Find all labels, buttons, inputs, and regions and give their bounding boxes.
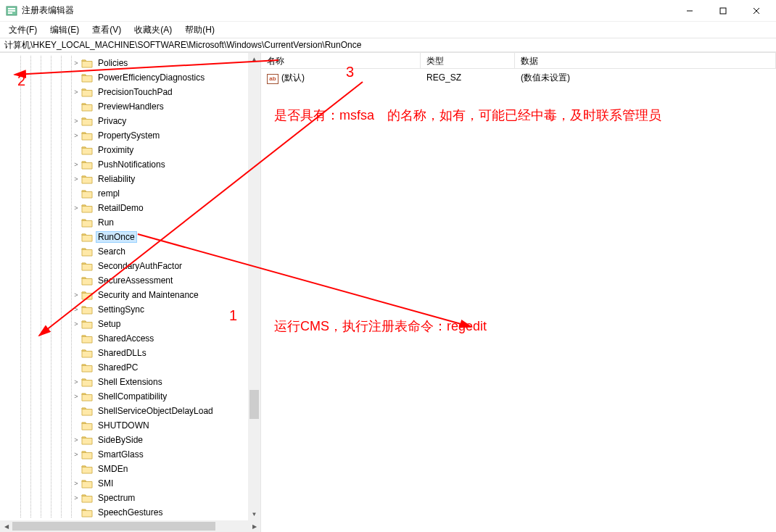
tree-item[interactable]: PreviewHandlers [0, 99, 261, 114]
tree-item[interactable]: SHUTDOWN [0, 418, 261, 433]
tree-item-label: Reliability [96, 173, 137, 185]
tree-item[interactable]: rempl [0, 186, 261, 201]
folder-icon [81, 58, 93, 68]
tree-item-label: Policies [96, 57, 130, 69]
tree-item[interactable]: SharedDLLs [0, 346, 261, 360]
tree-item-label: ShellServiceObjectDelayLoad [96, 405, 215, 417]
hscroll-thumb[interactable] [12, 522, 215, 531]
tree-item[interactable]: PowerEfficiencyDiagnostics [0, 70, 261, 85]
tree-item[interactable]: RunOnce [0, 230, 261, 244]
chevron-right-icon[interactable]: > [71, 451, 81, 458]
tree-item[interactable]: ShellServiceObjectDelayLoad [0, 404, 261, 418]
chevron-right-icon[interactable]: > [71, 291, 81, 299]
tree-item[interactable]: >SmartGlass [0, 447, 261, 462]
folder-icon [81, 406, 93, 416]
folder-icon [81, 507, 93, 518]
tree-item[interactable]: >SettingSync [0, 302, 261, 317]
tree-item-label: SecondaryAuthFactor [96, 260, 184, 272]
tree-item[interactable]: SpeechGestures [0, 505, 261, 520]
folder-icon [81, 101, 93, 112]
tree-item-label: Shell Extensions [96, 376, 165, 388]
app-icon [6, 5, 17, 17]
folder-icon [81, 478, 93, 489]
address-input[interactable] [4, 40, 772, 50]
tree-item[interactable]: >Security and Maintenance [0, 288, 261, 302]
tree-pane[interactable]: >PoliciesPowerEfficiencyDiagnostics>Prec… [0, 53, 261, 532]
tree-item[interactable]: >RetailDemo [0, 201, 261, 215]
annotation-num-3: 3 [346, 64, 354, 80]
scroll-up-button[interactable]: ▲ [248, 53, 260, 65]
tree-item-label: rempl [96, 188, 122, 199]
scroll-down-button[interactable]: ▼ [248, 508, 260, 520]
tree-item[interactable]: Search [0, 244, 261, 259]
tree-item-label: SideBySide [96, 434, 145, 446]
list-row[interactable]: ab(默认)REG_SZ(数值未设置) [261, 70, 776, 85]
list-header: 名称 类型 数据 [261, 53, 776, 69]
window-title: 注册表编辑器 [22, 4, 74, 17]
vscroll-thumb[interactable] [249, 390, 259, 419]
folder-icon [81, 188, 93, 199]
tree-item[interactable]: >Privacy [0, 114, 261, 128]
tree-item-label: SMI [96, 478, 115, 489]
tree-item[interactable]: >SideBySide [0, 433, 261, 447]
chevron-right-icon[interactable]: > [71, 378, 81, 386]
tree-hscrollbar[interactable]: ◀ ▶ [0, 520, 260, 532]
tree-item[interactable]: >Shell Extensions [0, 375, 261, 389]
close-button[interactable] [740, 0, 773, 22]
list-body[interactable]: ab(默认)REG_SZ(数值未设置) [261, 69, 776, 86]
tree-item[interactable]: >PropertySystem [0, 128, 261, 143]
tree-item[interactable]: >Spectrum [0, 491, 261, 505]
menu-file[interactable]: 文件(F) [3, 22, 43, 38]
tree-item[interactable]: >PushNotifications [0, 157, 261, 172]
tree-item[interactable]: SharedAccess [0, 331, 261, 346]
maximize-button[interactable] [706, 0, 740, 22]
menu-favorites[interactable]: 收藏夹(A) [128, 22, 178, 38]
menu-edit[interactable]: 编辑(E) [44, 22, 85, 38]
chevron-right-icon[interactable]: > [71, 59, 81, 67]
folder-icon [81, 87, 93, 97]
tree-vscrollbar[interactable]: ▲ ▼ [248, 53, 260, 520]
chevron-right-icon[interactable]: > [71, 480, 81, 487]
tree-item[interactable]: SecondaryAuthFactor [0, 259, 261, 273]
tree-item[interactable]: >Policies [0, 56, 261, 70]
cell-type: REG_SZ [421, 72, 515, 83]
folder-icon [81, 159, 93, 170]
svg-rect-5 [720, 8, 726, 14]
chevron-right-icon[interactable]: > [71, 117, 81, 125]
address-bar[interactable] [0, 38, 776, 52]
chevron-right-icon[interactable]: > [71, 204, 81, 212]
folder-icon [81, 116, 93, 126]
scroll-right-button[interactable]: ▶ [248, 520, 260, 532]
chevron-right-icon[interactable]: > [71, 132, 81, 139]
chevron-right-icon[interactable]: > [71, 494, 81, 502]
tree-item[interactable]: >ShellCompatibility [0, 389, 261, 404]
chevron-right-icon[interactable]: > [71, 393, 81, 400]
chevron-right-icon[interactable]: > [71, 175, 81, 183]
chevron-right-icon[interactable]: > [71, 436, 81, 444]
tree-item[interactable]: SecureAssessment [0, 273, 261, 288]
tree-item[interactable]: >SMI [0, 476, 261, 491]
tree-item[interactable]: Proximity [0, 143, 261, 157]
chevron-right-icon[interactable]: > [71, 306, 81, 313]
tree-item-label: SpeechGestures [96, 507, 165, 518]
tree-item-label: Setup [96, 318, 123, 330]
chevron-right-icon[interactable]: > [71, 161, 81, 168]
tree-item[interactable]: >Setup [0, 317, 261, 331]
col-type[interactable]: 类型 [421, 53, 515, 68]
tree-item[interactable]: >Reliability [0, 172, 261, 186]
tree-item[interactable]: SMDEn [0, 462, 261, 476]
annotation-text-1: 是否具有：msfsa 的名称，如有，可能已经中毒，及时联系管理员 [274, 106, 753, 125]
tree-item[interactable]: SharedPC [0, 360, 261, 375]
minimize-button[interactable] [673, 0, 706, 22]
scroll-left-button[interactable]: ◀ [0, 520, 12, 532]
col-name[interactable]: 名称 [261, 53, 421, 68]
menu-view[interactable]: 查看(V) [86, 22, 127, 38]
menu-help[interactable]: 帮助(H) [179, 22, 220, 38]
tree-item[interactable]: Run [0, 215, 261, 230]
chevron-right-icon[interactable]: > [71, 320, 81, 328]
window-controls [673, 0, 773, 22]
chevron-right-icon[interactable]: > [71, 88, 81, 96]
folder-icon [81, 174, 93, 184]
col-data[interactable]: 数据 [515, 53, 776, 68]
tree-item[interactable]: >PrecisionTouchPad [0, 85, 261, 99]
